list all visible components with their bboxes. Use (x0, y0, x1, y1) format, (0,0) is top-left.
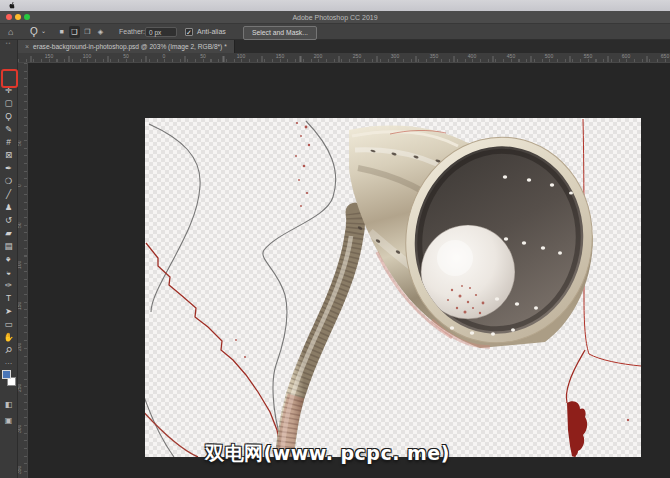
lasso-tool-highlight-annotation (1, 69, 18, 88)
tool-frame[interactable]: ⊠ (0, 149, 17, 162)
tool-eyedropper[interactable]: ✒ (0, 162, 17, 175)
mode-subtract-from-selection[interactable]: ❐ (82, 26, 93, 38)
ruler-number: 0 (163, 53, 166, 59)
feather-label: Feather: (119, 28, 145, 35)
home-icon[interactable]: ⌂ (8, 24, 13, 40)
tool-history-brush[interactable]: ↺ (0, 214, 17, 227)
feather-input[interactable]: 0 px (145, 27, 177, 37)
tool-quick-selection[interactable]: ✎ (0, 123, 17, 136)
tool-eraser[interactable]: ▰ (0, 227, 17, 240)
tool-healing-brush[interactable]: ❍ (0, 175, 17, 188)
tool-marquee[interactable]: ▢ (0, 97, 17, 110)
document-tab-title: erase-background-in-photoshop.psd @ 203%… (33, 43, 227, 50)
panel-drag-handle[interactable]: •• (0, 40, 17, 46)
tool-pen[interactable]: ✑ (0, 279, 17, 292)
ruler-number: 250 (353, 53, 361, 59)
document-tab[interactable]: ×erase-background-in-photoshop.psd @ 203… (18, 40, 235, 53)
ruler-number: 200 (314, 53, 322, 59)
tool-crop[interactable]: # (0, 136, 17, 149)
horizontal-ruler[interactable]: 1501005005010015020025030035040045050055… (18, 53, 670, 63)
window-title-bar: Adobe Photoshop CC 2019 (0, 11, 670, 24)
anti-alias-checkbox[interactable]: ✓ (185, 28, 193, 36)
ruler-number: 600 (622, 53, 630, 59)
ruler-number: 100 (83, 53, 91, 59)
tool-shape[interactable]: ▭ (0, 318, 17, 331)
select-and-mask-button[interactable]: Select and Mask... (243, 26, 317, 40)
window-title: Adobe Photoshop CC 2019 (0, 14, 670, 21)
ruler-number: 350 (430, 53, 438, 59)
tool-lasso[interactable]: Ϙ (0, 110, 17, 123)
close-tab-icon[interactable]: × (25, 43, 29, 50)
tool-brush[interactable]: ╱ (0, 188, 17, 201)
color-swatches (2, 370, 16, 392)
ruler-number: 550 (584, 53, 592, 59)
ruler-number: 450 (507, 53, 515, 59)
tool-type[interactable]: T (0, 292, 17, 305)
anti-alias-label: Anti-alias (197, 28, 226, 35)
tool-zoom[interactable]: ⚲ (0, 344, 17, 357)
ruler-number: 50 (123, 53, 129, 59)
ruler-number: 150 (276, 53, 284, 59)
tool-blur[interactable]: ♠ (0, 253, 17, 266)
ruler-number: 400 (468, 53, 476, 59)
ruler-number: 300 (391, 53, 399, 59)
ruler-number: 500 (545, 53, 553, 59)
tool-dodge[interactable]: ◒ (0, 266, 17, 279)
ruler-number: 650 (661, 53, 669, 59)
ruler-number: 150 (45, 53, 53, 59)
watermark-text: 双电网(www. pcpc. me) (205, 441, 450, 467)
ruler-number: 50 (200, 53, 206, 59)
quick-mask-icon[interactable]: ◧ (0, 400, 17, 409)
tool-hand[interactable]: ✋ (0, 331, 17, 344)
document-canvas[interactable] (140, 118, 641, 462)
options-bar: ⌂ Ϙ ⌄ ■❑❐◈ Feather: 0 px ✓ Anti-alias Se… (0, 24, 670, 40)
mode-intersect-selection[interactable]: ◈ (95, 26, 106, 38)
apple-icon[interactable] (8, 1, 16, 10)
mode-new-selection[interactable]: ■ (56, 26, 67, 38)
tools-panel: •• ✛▢Ϙ✎#⊠✒❍╱♟↺▰▤♠◒✑T➤▭✋⚲ … ◧ ▣ (0, 40, 18, 478)
ruler-number: 100 (237, 53, 245, 59)
edit-toolbar-icon[interactable]: … (0, 357, 17, 366)
chevron-down-icon[interactable]: ⌄ (41, 23, 46, 39)
tool-path-selection[interactable]: ➤ (0, 305, 17, 318)
canvas-area[interactable] (18, 63, 670, 478)
foreground-color-swatch[interactable] (2, 370, 11, 379)
selection-mode-group: ■❑❐◈ (56, 24, 116, 40)
lasso-tool-icon[interactable]: Ϙ (30, 24, 38, 40)
photoshop-window: { "window": { "title": "Adobe Photoshop … (0, 0, 670, 478)
tab-bar: ×erase-background-in-photoshop.psd @ 203… (18, 40, 670, 53)
tool-gradient[interactable]: ▤ (0, 240, 17, 253)
mode-add-to-selection[interactable]: ❑ (69, 26, 80, 38)
menu-bar (0, 0, 670, 11)
tool-clone-stamp[interactable]: ♟ (0, 201, 17, 214)
screen-mode-icon[interactable]: ▣ (0, 416, 17, 425)
